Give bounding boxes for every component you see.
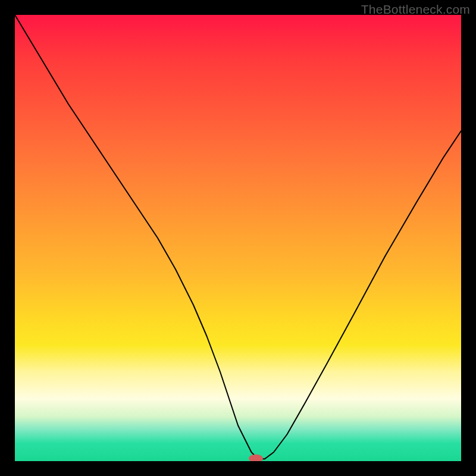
minimum-marker xyxy=(249,455,263,461)
bottleneck-curve xyxy=(15,15,461,459)
plot-area xyxy=(15,15,461,461)
chart-frame: TheBottleneck.com xyxy=(0,0,476,476)
chart-svg xyxy=(15,15,461,461)
watermark-text: TheBottleneck.com xyxy=(361,2,470,17)
